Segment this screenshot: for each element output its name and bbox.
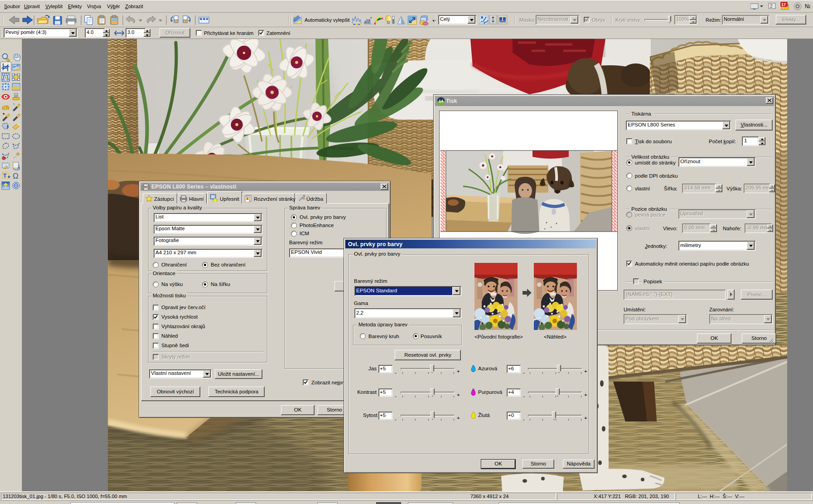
- svg-text:14: 14: [439, 99, 443, 103]
- svg-text:Na: Na: [805, 3, 810, 10]
- svg-text:1: 1: [247, 197, 248, 200]
- svg-text:17: 17: [781, 2, 786, 7]
- svg-text:Ω: Ω: [13, 172, 19, 180]
- svg-text:2: 2: [770, 4, 773, 9]
- svg-text:T: T: [3, 172, 7, 179]
